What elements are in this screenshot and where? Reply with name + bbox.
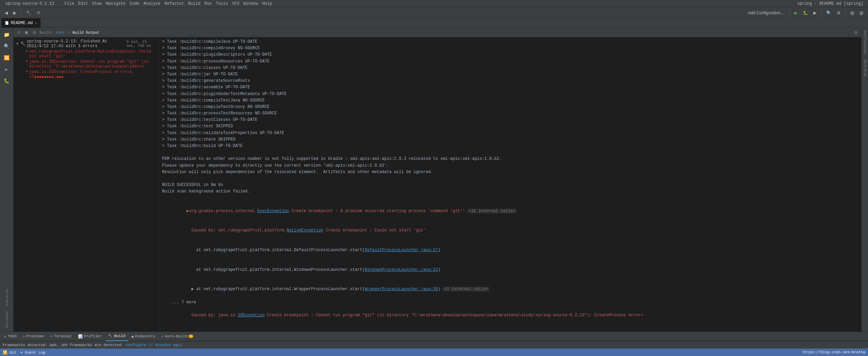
- menu-tools[interactable]: Tools: [214, 0, 230, 7]
- endpoints-icon: ◉: [132, 334, 134, 339]
- tree-expand-icon[interactable]: ▼: [16, 42, 19, 46]
- right-sidebar: Notifications Word Wrap: [861, 28, 868, 332]
- toolbar-left: ◀ ▶ 🔨 ↺: [3, 10, 42, 16]
- tab-endpoints[interactable]: ◉ Endpoints: [129, 332, 158, 341]
- forward-button[interactable]: ▶: [11, 10, 18, 16]
- layout-button1[interactable]: ▤: [848, 10, 856, 16]
- menu-file[interactable]: File: [62, 0, 76, 7]
- build-filter-icon[interactable]: ⚙: [32, 30, 37, 36]
- sync-link[interactable]: Sync: [56, 31, 65, 35]
- main-area: 📁 🔍 🔀 ▶ 🐛 Structure Favorites ↺ ⏹ ⚙ Buil…: [0, 28, 868, 332]
- sidebar-vcs-icon[interactable]: 🔀: [1, 52, 12, 63]
- error-item-1[interactable]: ● java.io.IOException: Cannot run progra…: [16, 59, 156, 69]
- build-settings-icon[interactable]: ⚙: [853, 30, 859, 36]
- tab-close-button[interactable]: ✕: [35, 21, 37, 25]
- build-output-link[interactable]: Build Output: [73, 31, 99, 35]
- build-refresh-icon[interactable]: ↺: [16, 30, 21, 36]
- sidebar-search-icon[interactable]: 🔍: [1, 41, 12, 52]
- settings-button[interactable]: ⚙: [835, 10, 843, 16]
- error-circle-icon-2: ●: [26, 70, 28, 73]
- output-line-2: > Task :buildSrc:pluginDescriptors UP-TO…: [162, 52, 859, 58]
- tab-profiler[interactable]: 📊 Profiler: [75, 332, 105, 341]
- error-text-2: java.io.IOException: CreateProcess error…: [29, 70, 156, 79]
- stack-link-1[interactable]: WindowsProcessLauncher.java:22: [365, 267, 438, 272]
- output-line-8: > Task :buildSrc:pluginUnderTestMetadata…: [162, 91, 859, 97]
- menu-code[interactable]: Code: [127, 0, 141, 7]
- auto-build-label: Auto-build: [165, 334, 187, 338]
- git-status[interactable]: 🔀 Git: [3, 350, 16, 355]
- exception-middle-0: Create breakpoint : A problem occurred s…: [289, 209, 465, 213]
- run-button[interactable]: ▶: [792, 10, 800, 16]
- content-area: ↺ ⏹ ⚙ Build: Sync | Build Output ⚙ ▼ 🔨 s…: [14, 28, 861, 332]
- build-tab-icon: 🔨: [108, 334, 113, 338]
- tab-readme[interactable]: 📄 README.md ✕: [1, 18, 41, 28]
- main-toolbar: ◀ ▶ 🔨 ↺ Add Configuration... ▶ 🐛 ▶ 🔍 ⚙ ▤…: [0, 7, 868, 18]
- exec-exception-link[interactable]: ExecException: [257, 209, 289, 213]
- tab-label: README.md: [11, 21, 33, 25]
- right-icon-2[interactable]: Word Wrap: [862, 57, 868, 79]
- tab-todo[interactable]: ✔ TODO: [1, 332, 19, 341]
- build-tree: ▼ 🔨 spring-source-5.2.13: finished At 20…: [14, 39, 159, 80]
- tab-auto-build[interactable]: ⚡ Auto-build 1: [159, 332, 196, 341]
- menu-vcs[interactable]: VCS: [230, 0, 242, 7]
- frameworks-text: Frameworks detected: Web, JPA frameworks…: [3, 343, 123, 347]
- build-root-item[interactable]: ▼ 🔨 spring-source-5.2.13: finished At 20…: [16, 39, 156, 49]
- coverage-button[interactable]: ▶: [811, 10, 818, 16]
- status-right: https://blog.csdn.net/mratha: [803, 350, 865, 354]
- sidebar-run-icon[interactable]: ▶: [1, 64, 12, 75]
- sidebar-project-icon[interactable]: 📁: [1, 29, 12, 40]
- output-line-11: > Task :buildSrc:processTestResources NO…: [162, 110, 859, 117]
- output-line-9: > Task :buildSrc:compileTestJava NO-SOUR…: [162, 97, 859, 104]
- menu-window[interactable]: Window: [241, 0, 260, 7]
- output-line-14: > Task :buildSrc:validateTaskProperties …: [162, 130, 859, 136]
- error-item-0[interactable]: ● net.rubygrapefruit.platform.NativeExce…: [16, 49, 156, 59]
- menu-analyze[interactable]: Analyze: [141, 0, 162, 7]
- search-button[interactable]: 🔍: [824, 10, 833, 16]
- sidebar-structure-icon[interactable]: Structure: [1, 286, 12, 308]
- back-button[interactable]: ◀: [3, 10, 10, 16]
- tab-build[interactable]: 🔨 Build: [105, 332, 128, 341]
- tab-problems[interactable]: ⚠ Problems: [20, 332, 47, 341]
- todo-icon: ✔: [4, 334, 6, 339]
- caused-by-line-1: Caused by: java.io.IOException Create br…: [162, 306, 859, 325]
- profiler-label: Profiler: [84, 334, 102, 338]
- todo-label: TODO: [8, 334, 17, 338]
- tab-terminal[interactable]: ▪ Terminal: [47, 332, 74, 341]
- right-icon-1[interactable]: Notifications: [862, 28, 868, 57]
- status-bar: 🔀 Git ✔ Event Log https://blog.csdn.net/…: [0, 349, 868, 356]
- internal-calls-1: <2 internal calls>: [443, 287, 490, 292]
- exception-prefix-0: ▶org.gradle.process.internal.: [186, 209, 257, 213]
- frameworks-configure-link[interactable]: Configure (7 minutes ago): [126, 343, 182, 347]
- menu-build[interactable]: Build: [186, 0, 202, 7]
- menu-help[interactable]: Help: [260, 0, 274, 7]
- stack-line-2: ▶ at net.rubygrapefruit.platform.interna…: [162, 280, 859, 299]
- fom-line-1: Please update your dependency to directl…: [162, 163, 859, 169]
- error-item-2[interactable]: ● java.io.IOException: CreateProcess err…: [16, 69, 156, 80]
- output-line-1: > Task :buildSrc:compileGroovy NO-SOURCE: [162, 45, 859, 52]
- output-line-3: > Task :buildSrc:processResources UP-TO-…: [162, 58, 859, 65]
- build-button[interactable]: 🔨: [24, 10, 33, 16]
- native-exception-link[interactable]: NativeException: [287, 228, 323, 233]
- event-log-status[interactable]: ✔ Event Log: [20, 350, 45, 355]
- sync-button[interactable]: ↺: [35, 10, 42, 16]
- output-line-5: > Task :buildSrc:jar UP-TO-DATE: [162, 71, 859, 78]
- layout-button2[interactable]: ▥: [857, 10, 865, 16]
- build-split-panel: ▼ 🔨 spring-source-5.2.13: finished At 20…: [14, 37, 861, 332]
- ioexception-link-0[interactable]: IOException: [238, 313, 264, 318]
- menu-run[interactable]: Run: [202, 0, 214, 7]
- stack-link-2[interactable]: WrapperProcessLauncher.java:36: [365, 287, 438, 292]
- add-configuration-button[interactable]: Add Configuration...: [745, 10, 787, 16]
- build-tab-label: Build: [114, 334, 125, 338]
- stack-link-0[interactable]: DefaultProcessLauncher.java:27: [365, 248, 438, 252]
- build-stop-icon[interactable]: ⏹: [24, 30, 29, 36]
- toolbar-right: Add Configuration... ▶ 🐛 ▶ 🔍 ⚙ ▤ ▥: [745, 10, 865, 16]
- menu-view[interactable]: View: [90, 0, 104, 7]
- output-line-0: > Task :buildSrc:compileJava UP-TO-DATE: [162, 39, 859, 45]
- debug-button[interactable]: 🐛: [801, 10, 810, 16]
- build-time: 8 min, 23 sec, 795 ms: [126, 40, 156, 48]
- sidebar-favorites-icon[interactable]: Favorites: [1, 309, 12, 331]
- sidebar-debug-icon[interactable]: 🐛: [1, 75, 12, 86]
- menu-edit[interactable]: Edit: [76, 0, 90, 7]
- menu-navigate[interactable]: Navigate: [104, 0, 127, 7]
- menu-refactor[interactable]: Refactor: [162, 0, 186, 7]
